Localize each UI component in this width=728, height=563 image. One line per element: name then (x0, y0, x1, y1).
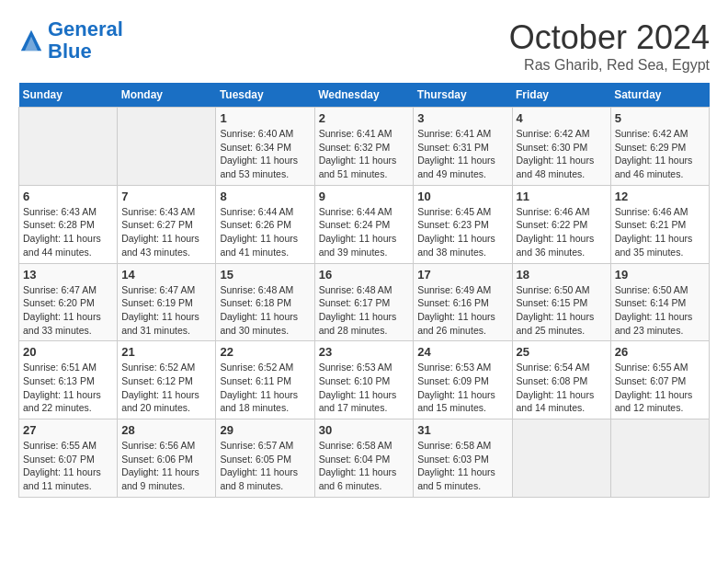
calendar-cell: 30Sunrise: 6:58 AMSunset: 6:04 PMDayligh… (314, 419, 414, 498)
cell-info: Sunrise: 6:51 AMSunset: 6:13 PMDaylight:… (23, 361, 113, 415)
cell-info: Sunrise: 6:46 AMSunset: 6:22 PMDaylight:… (517, 205, 607, 259)
calendar-cell (118, 108, 216, 186)
calendar-cell: 31Sunrise: 6:58 AMSunset: 6:03 PMDayligh… (414, 419, 512, 498)
calendar-week-row: 6Sunrise: 6:43 AMSunset: 6:28 PMDaylight… (19, 185, 710, 263)
calendar-cell (19, 108, 118, 186)
cell-info: Sunrise: 6:57 AMSunset: 6:05 PMDaylight:… (220, 439, 310, 493)
calendar-cell: 7Sunrise: 6:43 AMSunset: 6:27 PMDaylight… (118, 185, 216, 263)
logo-icon (18, 28, 44, 53)
day-number: 30 (319, 423, 410, 437)
day-number: 15 (220, 268, 310, 282)
calendar-cell: 18Sunrise: 6:50 AMSunset: 6:15 PMDayligh… (512, 263, 610, 341)
weekday-header: Sunday (19, 83, 118, 108)
cell-info: Sunrise: 6:46 AMSunset: 6:21 PMDaylight:… (615, 205, 705, 259)
calendar-cell: 13Sunrise: 6:47 AMSunset: 6:20 PMDayligh… (19, 263, 118, 341)
cell-info: Sunrise: 6:48 AMSunset: 6:17 PMDaylight:… (319, 283, 410, 338)
day-number: 25 (517, 345, 607, 359)
day-number: 11 (517, 190, 607, 203)
calendar-cell: 26Sunrise: 6:55 AMSunset: 6:07 PMDayligh… (610, 341, 709, 419)
cell-info: Sunrise: 6:45 AMSunset: 6:23 PMDaylight:… (417, 205, 507, 259)
day-number: 9 (319, 190, 410, 203)
day-number: 14 (121, 268, 211, 282)
calendar-cell: 28Sunrise: 6:56 AMSunset: 6:06 PMDayligh… (118, 419, 216, 498)
weekday-header: Friday (512, 83, 610, 108)
cell-info: Sunrise: 6:49 AMSunset: 6:16 PMDaylight:… (417, 283, 507, 338)
calendar-cell: 5Sunrise: 6:42 AMSunset: 6:29 PMDaylight… (610, 108, 709, 186)
title-block: October 2024 Ras Gharib, Red Sea, Egypt (509, 18, 710, 74)
day-number: 19 (615, 268, 705, 282)
day-number: 5 (615, 111, 705, 125)
calendar-cell: 23Sunrise: 6:53 AMSunset: 6:10 PMDayligh… (314, 341, 414, 419)
day-number: 1 (220, 111, 310, 125)
day-number: 24 (417, 345, 507, 359)
calendar-cell: 9Sunrise: 6:44 AMSunset: 6:24 PMDaylight… (314, 185, 414, 263)
logo: General Blue (18, 18, 123, 63)
weekday-header: Thursday (414, 83, 512, 108)
cell-info: Sunrise: 6:44 AMSunset: 6:26 PMDaylight:… (220, 205, 310, 259)
calendar-week-row: 13Sunrise: 6:47 AMSunset: 6:20 PMDayligh… (19, 263, 710, 341)
cell-info: Sunrise: 6:54 AMSunset: 6:08 PMDaylight:… (517, 361, 607, 415)
cell-info: Sunrise: 6:40 AMSunset: 6:34 PMDaylight:… (220, 127, 310, 181)
cell-info: Sunrise: 6:53 AMSunset: 6:09 PMDaylight:… (417, 361, 507, 415)
calendar-cell: 11Sunrise: 6:46 AMSunset: 6:22 PMDayligh… (512, 185, 610, 263)
day-number: 20 (23, 345, 113, 359)
cell-info: Sunrise: 6:43 AMSunset: 6:27 PMDaylight:… (121, 205, 211, 259)
cell-info: Sunrise: 6:50 AMSunset: 6:15 PMDaylight:… (517, 283, 607, 338)
calendar-cell: 21Sunrise: 6:52 AMSunset: 6:12 PMDayligh… (118, 341, 216, 419)
weekday-header: Saturday (610, 83, 709, 108)
calendar-cell: 14Sunrise: 6:47 AMSunset: 6:19 PMDayligh… (118, 263, 216, 341)
day-number: 6 (23, 190, 113, 203)
cell-info: Sunrise: 6:52 AMSunset: 6:11 PMDaylight:… (220, 361, 310, 415)
cell-info: Sunrise: 6:58 AMSunset: 6:04 PMDaylight:… (319, 439, 410, 493)
calendar-cell: 29Sunrise: 6:57 AMSunset: 6:05 PMDayligh… (216, 419, 314, 498)
day-number: 8 (220, 190, 310, 203)
day-number: 13 (23, 268, 113, 282)
calendar-cell: 20Sunrise: 6:51 AMSunset: 6:13 PMDayligh… (19, 341, 118, 419)
calendar-cell: 4Sunrise: 6:42 AMSunset: 6:30 PMDaylight… (512, 108, 610, 186)
calendar-cell: 8Sunrise: 6:44 AMSunset: 6:26 PMDaylight… (216, 185, 314, 263)
day-number: 3 (417, 111, 507, 125)
cell-info: Sunrise: 6:50 AMSunset: 6:14 PMDaylight:… (615, 283, 705, 338)
cell-info: Sunrise: 6:44 AMSunset: 6:24 PMDaylight:… (319, 205, 410, 259)
cell-info: Sunrise: 6:48 AMSunset: 6:18 PMDaylight:… (220, 283, 310, 338)
calendar-week-row: 1Sunrise: 6:40 AMSunset: 6:34 PMDaylight… (19, 108, 710, 186)
day-number: 26 (615, 345, 705, 359)
calendar-cell: 2Sunrise: 6:41 AMSunset: 6:32 PMDaylight… (314, 108, 414, 186)
calendar-table: SundayMondayTuesdayWednesdayThursdayFrid… (18, 83, 710, 498)
day-number: 21 (121, 345, 211, 359)
cell-info: Sunrise: 6:53 AMSunset: 6:10 PMDaylight:… (319, 361, 410, 415)
weekday-header: Wednesday (314, 83, 414, 108)
calendar-cell: 3Sunrise: 6:41 AMSunset: 6:31 PMDaylight… (414, 108, 512, 186)
page-header: General Blue October 2024 Ras Gharib, Re… (18, 18, 710, 74)
calendar-week-row: 27Sunrise: 6:55 AMSunset: 6:07 PMDayligh… (19, 419, 710, 498)
cell-info: Sunrise: 6:58 AMSunset: 6:03 PMDaylight:… (417, 439, 507, 493)
location: Ras Gharib, Red Sea, Egypt (509, 57, 710, 74)
calendar-cell (512, 419, 610, 498)
day-number: 18 (517, 268, 607, 282)
calendar-cell: 1Sunrise: 6:40 AMSunset: 6:34 PMDaylight… (216, 108, 314, 186)
calendar-cell (610, 419, 709, 498)
day-number: 2 (319, 111, 410, 125)
cell-info: Sunrise: 6:47 AMSunset: 6:19 PMDaylight:… (121, 283, 211, 338)
calendar-cell: 24Sunrise: 6:53 AMSunset: 6:09 PMDayligh… (414, 341, 512, 419)
cell-info: Sunrise: 6:43 AMSunset: 6:28 PMDaylight:… (23, 205, 113, 259)
calendar-cell: 6Sunrise: 6:43 AMSunset: 6:28 PMDaylight… (19, 185, 118, 263)
day-number: 28 (121, 423, 211, 437)
day-number: 16 (319, 268, 410, 282)
day-number: 12 (615, 190, 705, 203)
calendar-cell: 27Sunrise: 6:55 AMSunset: 6:07 PMDayligh… (19, 419, 118, 498)
calendar-cell: 15Sunrise: 6:48 AMSunset: 6:18 PMDayligh… (216, 263, 314, 341)
calendar-cell: 12Sunrise: 6:46 AMSunset: 6:21 PMDayligh… (610, 185, 709, 263)
logo-text: General Blue (48, 18, 123, 63)
weekday-header: Monday (118, 83, 216, 108)
day-number: 10 (417, 190, 507, 203)
calendar-cell: 25Sunrise: 6:54 AMSunset: 6:08 PMDayligh… (512, 341, 610, 419)
cell-info: Sunrise: 6:42 AMSunset: 6:29 PMDaylight:… (615, 127, 705, 181)
cell-info: Sunrise: 6:56 AMSunset: 6:06 PMDaylight:… (121, 439, 211, 493)
day-number: 23 (319, 345, 410, 359)
cell-info: Sunrise: 6:47 AMSunset: 6:20 PMDaylight:… (23, 283, 113, 338)
calendar-cell: 22Sunrise: 6:52 AMSunset: 6:11 PMDayligh… (216, 341, 314, 419)
calendar-cell: 16Sunrise: 6:48 AMSunset: 6:17 PMDayligh… (314, 263, 414, 341)
calendar-cell: 17Sunrise: 6:49 AMSunset: 6:16 PMDayligh… (414, 263, 512, 341)
day-number: 22 (220, 345, 310, 359)
